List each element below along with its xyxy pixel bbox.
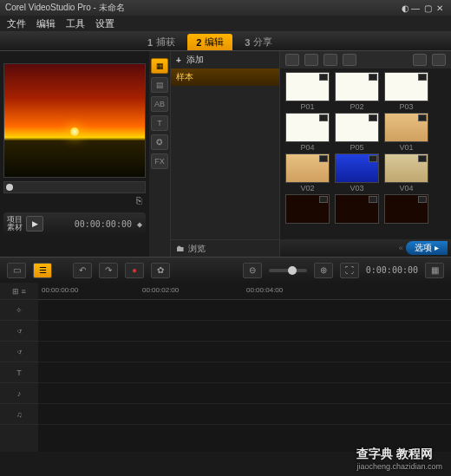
maximize-icon[interactable]: ▢ (422, 3, 434, 13)
scrub-bar[interactable] (3, 181, 146, 193)
thumb-label: P01 (285, 102, 330, 111)
category-tabs: ▦ ▤ AB T ✪ FX (149, 51, 170, 257)
fit-button[interactable]: ⛶ (340, 263, 359, 278)
library-thumb[interactable]: P04 (285, 113, 330, 152)
timeline-body[interactable]: 00:00:00:00 00:00:02:00 00:00:04:00 (38, 283, 451, 452)
lib-photo-icon[interactable] (324, 54, 337, 66)
timeline-panel: ⊞ ≡ ✧ ೕ ೕ T ♪ ♫ 00:00:00:00 00:00:02:00 … (0, 283, 451, 452)
minimize-icon[interactable]: — (409, 3, 422, 13)
track-row[interactable] (38, 404, 451, 425)
tool-record-icon[interactable]: ● (125, 263, 144, 278)
clapper-icon (418, 196, 427, 203)
step-share[interactable]: 3分享 (236, 34, 281, 50)
watermark: 查字典 教程网 jiaocheng.chazidian.com (356, 447, 442, 471)
track-row[interactable] (38, 321, 451, 342)
thumb-label: V01 (384, 143, 428, 152)
zoom-slider[interactable] (269, 269, 307, 272)
zoom-out-button[interactable]: ⊖ (243, 263, 262, 278)
tab-media-icon[interactable]: ▦ (151, 58, 168, 74)
thumb-label: P03 (384, 102, 428, 111)
collapse-icon[interactable]: « (395, 244, 406, 252)
library-thumb[interactable] (335, 194, 379, 225)
library-thumb[interactable] (285, 194, 330, 225)
play-button[interactable]: ▶ (26, 216, 43, 231)
zoom-in-button[interactable]: ⊕ (314, 263, 333, 278)
track-row[interactable] (38, 362, 451, 383)
step-capture[interactable]: 1捕获 (139, 34, 184, 50)
undo-button[interactable]: ↶ (73, 263, 92, 278)
step-edit[interactable]: 2编辑 (187, 34, 232, 50)
add-folder-button[interactable]: +添加 (171, 51, 279, 68)
folder-panel: +添加 样本 🖿浏览 (170, 51, 279, 257)
menu-settings[interactable]: 设置 (95, 17, 114, 30)
step-tabs: 1捕获 2编辑 3分享 (0, 31, 451, 50)
menu-edit[interactable]: 编辑 (36, 17, 56, 30)
thumb-label: P02 (335, 102, 379, 111)
redo-button[interactable]: ↷ (99, 263, 118, 278)
track-music[interactable]: ♫ (0, 404, 38, 425)
library-thumb[interactable]: P03 (384, 72, 428, 111)
track-row[interactable] (38, 342, 451, 362)
preview-panel: ⎘ 项目 素材 ▶ 00:00:00:00 ◆ (0, 51, 149, 257)
timeline-menu-icon[interactable]: ▦ (425, 263, 444, 278)
mode-clip-label[interactable]: 素材 (7, 224, 23, 231)
preview-viewport[interactable] (3, 63, 146, 178)
clapper-icon (418, 74, 427, 81)
timeline-timecode: 0:00:00:00 (366, 265, 418, 275)
library-thumb[interactable] (384, 194, 428, 225)
track-title[interactable]: T (0, 362, 38, 383)
track-voice[interactable]: ♪ (0, 383, 38, 404)
thumb-label: P04 (285, 143, 330, 152)
library-thumb[interactable]: V03 (335, 153, 379, 192)
library-thumb[interactable]: V04 (384, 153, 428, 192)
clapper-icon (369, 155, 377, 162)
help-icon[interactable]: ◐ (402, 3, 409, 13)
thumb-label: V03 (335, 184, 379, 192)
lib-video-icon[interactable] (304, 54, 318, 66)
library-thumb[interactable]: P01 (285, 72, 330, 111)
timeline-toolbar: ▭ ☰ ↶ ↷ ● ✿ ⊖ ⊕ ⛶ 0:00:00:00 ▦ (0, 257, 451, 283)
clapper-icon (319, 114, 328, 121)
library-toolbar (280, 51, 451, 68)
clapper-icon (369, 74, 377, 81)
tool-extra-icon[interactable]: ✿ (151, 263, 170, 278)
title-bar: Corel VideoStudio Pro - 未命名 ◐ — ▢ ✕ (0, 0, 451, 16)
timeline-view-button[interactable]: ☰ (33, 263, 52, 278)
track-row[interactable] (38, 300, 451, 321)
track-overlay2[interactable]: ೕ (0, 342, 38, 362)
track-overlay1[interactable]: ೕ (0, 321, 38, 342)
library-thumb[interactable]: V02 (285, 153, 330, 192)
library-panel: P01P02P03P04P05V01V02V03V04 « 选项 ▸ (279, 51, 451, 257)
thumb-label: V04 (384, 184, 428, 192)
tab-filter-icon[interactable]: ✪ (151, 134, 168, 150)
browse-button[interactable]: 🖿浏览 (171, 239, 279, 257)
library-thumb[interactable]: P02 (335, 72, 379, 111)
tab-transition-icon[interactable]: ▤ (151, 77, 168, 93)
track-headers: ⊞ ≡ ✧ ೕ ೕ T ♪ ♫ (0, 283, 38, 452)
tab-title-icon[interactable]: AB (151, 96, 168, 112)
library-thumb[interactable]: V01 (384, 113, 428, 152)
lib-folder-icon[interactable] (285, 54, 299, 66)
track-row[interactable] (38, 383, 451, 404)
folder-sample[interactable]: 样本 (171, 68, 279, 86)
tab-graphic-icon[interactable]: T (151, 115, 168, 131)
storyboard-view-button[interactable]: ▭ (7, 263, 26, 278)
options-button[interactable]: 选项 ▸ (406, 241, 448, 255)
clapper-icon (369, 114, 377, 121)
clapper-icon (319, 155, 328, 162)
close-icon[interactable]: ✕ (434, 3, 446, 13)
app-title: Corel VideoStudio Pro - 未命名 (5, 2, 125, 14)
lib-sort-icon[interactable] (413, 54, 427, 66)
time-ruler[interactable]: 00:00:00:00 00:00:02:00 00:00:04:00 (38, 283, 451, 300)
clapper-icon (319, 196, 328, 203)
track-video[interactable]: ✧ (0, 300, 38, 321)
lib-view-icon[interactable] (432, 54, 446, 66)
tab-fx-icon[interactable]: FX (151, 153, 168, 169)
menu-tools[interactable]: 工具 (66, 17, 85, 30)
menu-file[interactable]: 文件 (7, 17, 26, 30)
lib-audio-icon[interactable] (343, 54, 356, 66)
library-thumb[interactable]: P05 (335, 113, 379, 152)
system-volume-icon[interactable]: ⎘ (136, 195, 142, 205)
preview-timecode: 00:00:00:00 ◆ (47, 219, 142, 229)
track-toggle-icon[interactable]: ⊞ ≡ (0, 283, 38, 300)
